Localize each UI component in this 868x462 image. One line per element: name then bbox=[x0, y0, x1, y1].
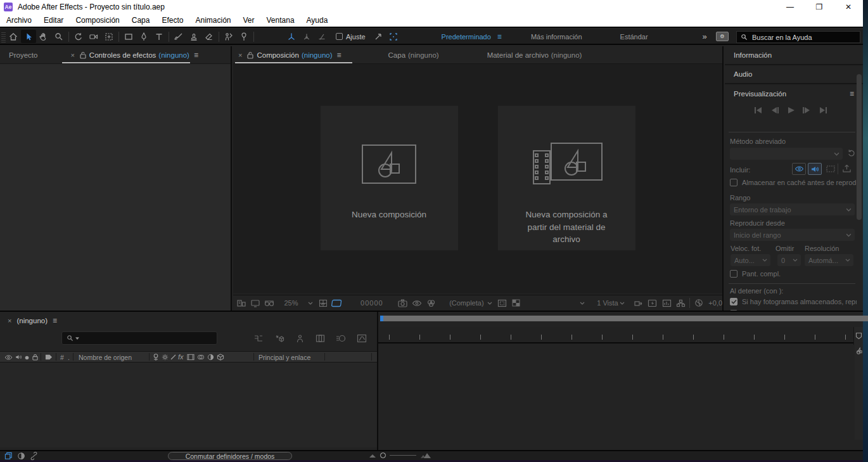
effect-controls-content[interactable] bbox=[0, 63, 231, 311]
workspace-estandar[interactable]: Estándar bbox=[620, 33, 648, 41]
pen-tool[interactable] bbox=[136, 30, 151, 43]
shape-tool[interactable] bbox=[121, 30, 136, 43]
brush-tool[interactable] bbox=[171, 30, 186, 43]
world-axis-mode[interactable] bbox=[299, 30, 314, 43]
tab-material-de-archivo[interactable]: Material de archivo bbox=[487, 51, 549, 59]
comp-marker-bin-icon[interactable] bbox=[855, 332, 862, 340]
snap-options[interactable] bbox=[371, 30, 386, 43]
cache-checkbox[interactable] bbox=[730, 179, 737, 186]
column-parent-link[interactable]: Principal y enlace bbox=[258, 354, 310, 361]
composition-panel-menu-icon[interactable]: ≡ bbox=[337, 51, 341, 60]
exposure-value[interactable]: +0,0 bbox=[708, 299, 722, 307]
timeline-panel-menu-icon[interactable]: ≡ bbox=[53, 316, 57, 325]
share-view-button[interactable] bbox=[632, 297, 646, 310]
play-icon[interactable] bbox=[787, 106, 796, 114]
column-dot[interactable]: . bbox=[68, 354, 70, 361]
help-search-input[interactable] bbox=[752, 34, 847, 41]
camera-tool[interactable] bbox=[86, 30, 101, 43]
snap-checkbox[interactable] bbox=[336, 33, 343, 40]
close-button[interactable]: ✕ bbox=[834, 0, 863, 14]
local-axis-mode[interactable] bbox=[284, 30, 299, 43]
always-preview-view-button[interactable] bbox=[248, 297, 262, 310]
timeline-search-input[interactable] bbox=[81, 333, 195, 343]
mini-flowchart-button[interactable] bbox=[234, 297, 248, 310]
transfer-modes-toggle-icon[interactable] bbox=[17, 452, 25, 460]
workspace-predeterminado[interactable]: Predeterminado bbox=[442, 33, 491, 41]
show-snapshot-button[interactable] bbox=[410, 297, 424, 310]
fullscreen-row[interactable]: Pant. compl. bbox=[730, 270, 781, 278]
timeline-tab-close-icon[interactable]: × bbox=[8, 317, 11, 324]
include-overlays-toggle[interactable] bbox=[824, 163, 838, 175]
column-source-name[interactable]: Nombre de origen bbox=[79, 354, 132, 361]
include-audio-toggle[interactable] bbox=[808, 163, 822, 175]
previous-frame-icon[interactable] bbox=[770, 106, 781, 114]
lock-icon[interactable] bbox=[80, 51, 86, 59]
graph-editor-icon[interactable] bbox=[357, 334, 367, 343]
menu-archivo[interactable]: Archivo bbox=[6, 16, 32, 25]
grid-guides-button[interactable] bbox=[316, 297, 330, 310]
clone-stamp-tool[interactable] bbox=[186, 30, 201, 43]
menu-editar[interactable]: Editar bbox=[44, 16, 63, 25]
composition-close-icon[interactable]: × bbox=[238, 51, 242, 59]
draft-3d-icon[interactable] bbox=[274, 334, 284, 343]
time-ruler[interactable] bbox=[378, 327, 855, 343]
layer-switches-toggle-icon[interactable] bbox=[4, 452, 13, 460]
new-composition-button[interactable]: Nueva composición bbox=[321, 106, 458, 250]
region-of-interest-button[interactable] bbox=[495, 297, 509, 310]
frame-blending-icon[interactable] bbox=[316, 334, 325, 343]
pan-behind-tool[interactable] bbox=[101, 30, 117, 43]
solo-icon[interactable] bbox=[25, 356, 29, 360]
mask-region-toggle[interactable] bbox=[386, 30, 401, 43]
view-layout-dropdown[interactable]: 1 Vista bbox=[593, 297, 627, 309]
composition-mini-flowchart-icon[interactable] bbox=[253, 334, 264, 343]
zoom-out-mountain-icon[interactable] bbox=[369, 452, 376, 458]
view-axis-mode[interactable] bbox=[314, 30, 329, 43]
effect-controls-close-icon[interactable]: × bbox=[70, 51, 74, 59]
preview-resolution-dropdown[interactable]: Automá... bbox=[805, 254, 853, 266]
audio-speaker-icon[interactable] bbox=[15, 354, 22, 361]
zoom-in-mountains-icon[interactable] bbox=[420, 452, 431, 459]
mask-visibility-button[interactable] bbox=[330, 297, 344, 310]
sidebar-scrollbar[interactable] bbox=[857, 74, 862, 220]
label-tag-icon[interactable] bbox=[45, 354, 53, 361]
puppet-pin-tool[interactable] bbox=[236, 30, 252, 43]
menu-capa[interactable]: Capa bbox=[132, 16, 150, 25]
effect-controls-panel-menu-icon[interactable]: ≡ bbox=[194, 51, 198, 60]
cache-before-playback-row[interactable]: Almacenar en caché antes de reprodu bbox=[730, 179, 857, 186]
menu-composicion[interactable]: Composición bbox=[75, 16, 119, 25]
composition-target[interactable]: (ninguno) bbox=[302, 51, 333, 59]
work-area-bar[interactable] bbox=[380, 316, 868, 321]
audio-panel-header[interactable]: Audio bbox=[725, 65, 863, 84]
comp-button-icon[interactable] bbox=[855, 347, 862, 355]
timeline-tab-label[interactable]: (ninguno) bbox=[16, 317, 48, 324]
roto-brush-tool[interactable] bbox=[221, 30, 236, 43]
magnification-dropdown[interactable]: 25% bbox=[280, 297, 316, 309]
toolbar-grip[interactable] bbox=[1, 31, 6, 42]
tab-capa[interactable]: Capa bbox=[388, 51, 406, 59]
next-frame-icon[interactable] bbox=[801, 106, 812, 114]
reset-icon[interactable] bbox=[846, 148, 856, 158]
menu-ventana[interactable]: Ventana bbox=[267, 16, 295, 25]
tab-controles-de-efectos[interactable]: Controles de efectos bbox=[89, 51, 156, 59]
flowchart-view-button[interactable] bbox=[673, 297, 687, 310]
home-button[interactable] bbox=[6, 30, 21, 43]
lock-icon[interactable] bbox=[247, 51, 253, 59]
menu-ayuda[interactable]: Ayuda bbox=[307, 16, 328, 25]
framerate-dropdown[interactable]: Auto... bbox=[731, 254, 770, 266]
hand-tool[interactable] bbox=[36, 30, 51, 43]
transparency-grid-button[interactable] bbox=[509, 297, 523, 310]
preview-panel-menu-icon[interactable]: ≡ bbox=[850, 89, 854, 98]
tab-composicion[interactable]: Composición bbox=[257, 51, 298, 59]
effect-controls-target[interactable]: (ninguno) bbox=[158, 51, 189, 59]
motion-blur-icon[interactable] bbox=[336, 334, 346, 343]
toggle-switches-modes-button[interactable]: Conmutar definidores / modos bbox=[168, 452, 292, 460]
workspace-mas-informacion[interactable]: Más información bbox=[531, 33, 582, 41]
layer-list-area[interactable] bbox=[0, 363, 377, 447]
info-panel-header[interactable]: Información bbox=[725, 46, 863, 65]
eraser-tool[interactable] bbox=[201, 30, 217, 43]
skip-dropdown[interactable]: 0 bbox=[777, 254, 801, 266]
zoom-slider-knob[interactable] bbox=[380, 452, 386, 458]
track-area[interactable] bbox=[378, 345, 855, 440]
share-icon[interactable] bbox=[842, 164, 852, 173]
play-from-dropdown[interactable]: Inicio del rango bbox=[730, 229, 855, 241]
